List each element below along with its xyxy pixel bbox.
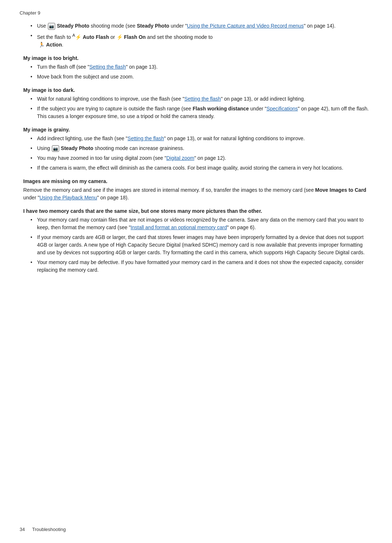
list-item: Use 📷 Steady Photo shooting mode (see St… xyxy=(30,22,372,30)
section-two-memory-cards: I have two memory cards that are the sam… xyxy=(23,208,372,274)
playback-menu-link[interactable]: Using the Playback Menu xyxy=(40,195,97,200)
setting-flash-link-1[interactable]: Setting the flash xyxy=(89,64,126,70)
flash-on-label: Flash On xyxy=(124,34,146,40)
digital-zoom-link[interactable]: Digital zoom xyxy=(166,155,194,161)
too-dark-list: Wait for natural lighting conditions to … xyxy=(30,95,372,120)
steady-photo-icon: 📷 xyxy=(48,23,55,30)
list-item: If the subject you are trying to capture… xyxy=(30,105,372,120)
list-item: Using 📷 Steady Photo shooting mode can i… xyxy=(30,145,372,152)
list-item: Set the flash to A⚡ Auto Flash or ⚡ Flas… xyxy=(30,32,372,49)
chapter-header: Chapter 9 xyxy=(20,10,372,16)
section-two-memory-cards-title: I have two memory cards that are the sam… xyxy=(23,208,372,214)
intro-list: Use 📷 Steady Photo shooting mode (see St… xyxy=(30,22,372,49)
steady-photo-icon-2: 📷 xyxy=(52,145,59,152)
chapter-label: Chapter 9 xyxy=(20,10,40,16)
list-item: Add indirect lighting, use the flash (se… xyxy=(30,135,372,142)
section-images-missing: Images are missing on my camera. Remove … xyxy=(23,178,372,202)
install-format-link[interactable]: Install and format an optional memory ca… xyxy=(131,224,227,230)
list-item: Wait for natural lighting conditions to … xyxy=(30,95,372,103)
flash-bolt1: ⚡ xyxy=(75,34,81,40)
two-memory-cards-list: Your memory card may contain files that … xyxy=(30,216,372,274)
setting-flash-link-2[interactable]: Setting the flash xyxy=(184,96,221,102)
flash-auto-sup: A xyxy=(72,33,75,37)
content-area: Use 📷 Steady Photo shooting mode (see St… xyxy=(20,22,372,274)
list-item: If your memory cards are 4GB or larger, … xyxy=(30,234,372,256)
action-icon: 🏃 xyxy=(38,42,45,48)
section-grainy: My image is grainy. Add indirect lightin… xyxy=(23,127,372,172)
section-too-dark: My image is too dark. Wait for natural l… xyxy=(23,87,372,120)
list-item: Turn the flash off (see "Setting the fla… xyxy=(30,63,372,71)
section-grainy-title: My image is grainy. xyxy=(23,127,372,133)
action-label: Action xyxy=(46,42,62,48)
specifications-link[interactable]: Specifications xyxy=(266,106,298,112)
setting-flash-link-3[interactable]: Setting the flash xyxy=(127,135,164,141)
auto-flash-label: Auto Flash xyxy=(83,34,109,40)
list-item: If the camera is warm, the effect will d… xyxy=(30,164,372,172)
steady-photo-label2: Steady Photo xyxy=(137,23,169,29)
list-item: You may have zoomed in too far using dig… xyxy=(30,154,372,162)
list-item: Your memory card may contain files that … xyxy=(30,216,372,231)
grainy-list: Add indirect lighting, use the flash (se… xyxy=(30,135,372,172)
page-footer: 34 Troubleshooting xyxy=(20,527,372,532)
section-too-dark-title: My image is too dark. xyxy=(23,87,372,93)
too-bright-list: Turn the flash off (see "Setting the fla… xyxy=(30,63,372,81)
list-item: Move back from the subject and use zoom. xyxy=(30,73,372,81)
page: Chapter 9 Use 📷 Steady Photo shooting mo… xyxy=(0,0,392,543)
footer-section: Troubleshooting xyxy=(32,527,66,532)
flash-working-distance-label: Flash working distance xyxy=(193,106,249,112)
flash-bolt2: ⚡ xyxy=(117,34,123,40)
picture-capture-link[interactable]: Using the Picture Capture and Video Reco… xyxy=(187,23,304,29)
steady-photo-label-3: Steady Photo xyxy=(61,145,93,151)
page-number: 34 xyxy=(20,527,25,532)
section-too-bright: My image is too bright. Turn the flash o… xyxy=(23,55,372,81)
move-images-label: Move Images to Card xyxy=(315,187,366,193)
list-item: Your memory card may be defective. If yo… xyxy=(30,259,372,274)
steady-photo-label: Steady Photo xyxy=(57,23,89,29)
section-too-bright-title: My image is too bright. xyxy=(23,55,372,61)
section-images-missing-title: Images are missing on my camera. xyxy=(23,178,372,184)
images-missing-body: Remove the memory card and see if the im… xyxy=(23,186,372,202)
